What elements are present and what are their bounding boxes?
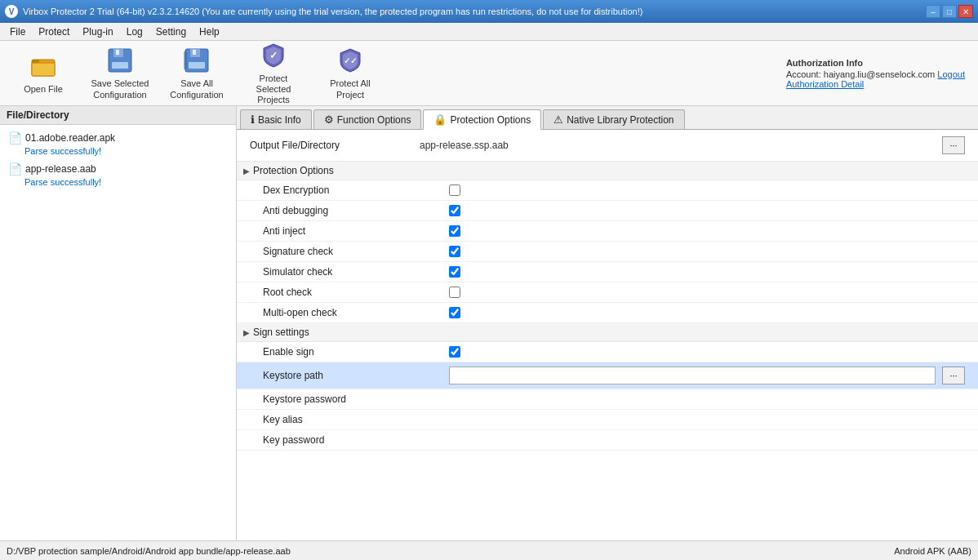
tab-native-library[interactable]: ⚠ Native Library Protection (543, 109, 684, 129)
auth-info: Authorization Info Account: haiyang.liu@… (786, 58, 971, 89)
keystore-browse-button[interactable]: ··· (942, 367, 965, 384)
simulator-check-checkbox[interactable] (449, 266, 460, 278)
open-file-button[interactable]: Open File (7, 45, 80, 102)
option-key-alias: Key alias (237, 410, 978, 430)
output-row: Output File/Directory app-release.ssp.aa… (237, 130, 978, 162)
output-value: app-release.ssp.aab (420, 140, 936, 151)
tab-basic-info[interactable]: ℹ Basic Info (240, 109, 312, 129)
anti-inject-checkbox[interactable] (449, 225, 460, 237)
auth-account-label: Account: (786, 69, 821, 79)
file-icon: 📄 (8, 131, 22, 144)
sign-settings-title: Sign settings (253, 327, 309, 338)
status-type: Android APK (AAB) (894, 546, 971, 556)
dex-encryption-label: Dex Encryption (263, 184, 442, 196)
option-enable-sign: Enable sign (237, 342, 978, 362)
key-password-label: Key password (263, 434, 442, 446)
signature-check-checkbox[interactable] (449, 246, 460, 257)
parse-status-0: Parse successfully! (5, 146, 231, 161)
section-arrow-icon: ▶ (243, 167, 250, 176)
panel-header: File/Directory (0, 106, 236, 125)
root-check-checkbox-cell (449, 287, 460, 298)
tabs: ℹ Basic Info ⚙ Function Options 🔒 Protec… (237, 106, 978, 130)
svg-text:✓✓: ✓✓ (344, 56, 357, 65)
sign-settings-arrow-icon: ▶ (243, 328, 250, 337)
section-protection-options: ▶ Protection Options (237, 162, 978, 180)
native-library-tab-label: Native Library Protection (567, 114, 673, 126)
menubar: File Protect Plug-in Log Setting Help (0, 23, 978, 41)
option-multi-open-check: Multi-open check (237, 303, 978, 323)
keystore-path-input[interactable] (449, 367, 936, 384)
save-selected-button[interactable]: Save Selected Configuration (83, 45, 157, 102)
status-path: D:/VBP protection sample/Android/Android… (7, 546, 291, 556)
enable-sign-label: Enable sign (263, 346, 442, 358)
simulator-check-label: Simulator check (263, 266, 442, 278)
function-options-tab-icon: ⚙ (324, 113, 334, 126)
output-label: Output File/Directory (250, 140, 413, 151)
enable-sign-checkbox-cell (449, 346, 460, 358)
svg-rect-5 (112, 62, 128, 69)
save-all-icon (182, 46, 211, 75)
toolbar: Open File Save Selected Configuration Sa… (0, 41, 978, 106)
native-library-tab-icon: ⚠ (553, 113, 563, 126)
dex-encryption-checkbox[interactable] (449, 184, 460, 196)
titlebar: V Virbox Protector 2 Trial (64-bit) v2.3… (0, 0, 978, 23)
menu-plugin[interactable]: Plug-in (76, 24, 119, 39)
option-keystore-path: Keystore path ··· (237, 362, 978, 389)
tab-protection-options[interactable]: 🔒 Protection Options (423, 109, 541, 130)
basic-info-tab-icon: ℹ (251, 113, 255, 126)
protect-all-button[interactable]: ✓✓ Protect All Project (313, 45, 387, 102)
option-anti-inject: Anti inject (237, 221, 978, 242)
protect-all-icon: ✓✓ (336, 46, 365, 75)
anti-inject-label: Anti inject (263, 225, 442, 237)
protect-selected-icon: ✓ (259, 41, 288, 70)
menu-log[interactable]: Log (120, 24, 149, 39)
anti-inject-checkbox-cell (449, 225, 460, 237)
protect-all-label: Protect All Project (318, 78, 383, 100)
file-icon: 📄 (8, 162, 22, 176)
window-controls: – □ ✕ (926, 5, 973, 18)
file-name: 01.adobe.reader.apk (25, 132, 115, 144)
tab-function-options[interactable]: ⚙ Function Options (313, 109, 422, 129)
svg-rect-9 (189, 62, 205, 69)
menu-setting[interactable]: Setting (149, 24, 193, 39)
save-all-button[interactable]: Save All Configuration (160, 45, 233, 102)
multi-open-check-checkbox-cell (449, 307, 460, 318)
root-check-checkbox[interactable] (449, 287, 460, 298)
save-all-label: Save All Configuration (164, 78, 229, 100)
svg-text:✓: ✓ (269, 50, 278, 61)
list-item[interactable]: 📄 01.adobe.reader.apk (5, 130, 231, 146)
logout-link[interactable]: Logout (937, 69, 965, 79)
protection-options-tab-label: Protection Options (450, 114, 531, 126)
anti-debugging-checkbox[interactable] (449, 205, 460, 216)
maximize-button[interactable]: □ (942, 5, 957, 18)
file-name: app-release.aab (25, 163, 96, 175)
function-options-tab-label: Function Options (337, 114, 411, 126)
list-item[interactable]: 📄 app-release.aab (5, 161, 231, 177)
output-browse-button[interactable]: ··· (942, 136, 965, 154)
simulator-check-checkbox-cell (449, 266, 460, 278)
open-file-icon (29, 51, 58, 81)
close-button[interactable]: ✕ (958, 5, 973, 18)
multi-open-check-checkbox[interactable] (449, 307, 460, 318)
auth-account-value: haiyang.liu@senselock.com (824, 69, 936, 79)
signature-check-label: Signature check (263, 246, 442, 257)
statusbar: D:/VBP protection sample/Android/Android… (0, 540, 978, 560)
menu-protect[interactable]: Protect (32, 24, 76, 39)
signature-check-checkbox-cell (449, 246, 460, 257)
svg-rect-10 (193, 50, 196, 55)
section-sign-settings: ▶ Sign settings (237, 323, 978, 342)
protection-options-tab-icon: 🔒 (433, 113, 447, 126)
auth-detail-link[interactable]: Authorization Detail (786, 79, 864, 89)
auth-title: Authorization Info (786, 58, 965, 68)
menu-file[interactable]: File (3, 24, 32, 39)
menu-help[interactable]: Help (193, 24, 226, 39)
title-text: Virbox Protector 2 Trial (64-bit) v2.3.2… (23, 7, 642, 16)
file-list: 📄 01.adobe.reader.apk Parse successfully… (0, 125, 236, 197)
option-simulator-check: Simulator check (237, 262, 978, 282)
svg-rect-6 (116, 50, 119, 55)
protect-selected-button[interactable]: ✓ Protect Selected Projects (237, 45, 310, 102)
minimize-button[interactable]: – (926, 5, 940, 18)
enable-sign-checkbox[interactable] (449, 346, 460, 358)
right-panel: ℹ Basic Info ⚙ Function Options 🔒 Protec… (237, 106, 978, 540)
option-keystore-password: Keystore password (237, 389, 978, 410)
